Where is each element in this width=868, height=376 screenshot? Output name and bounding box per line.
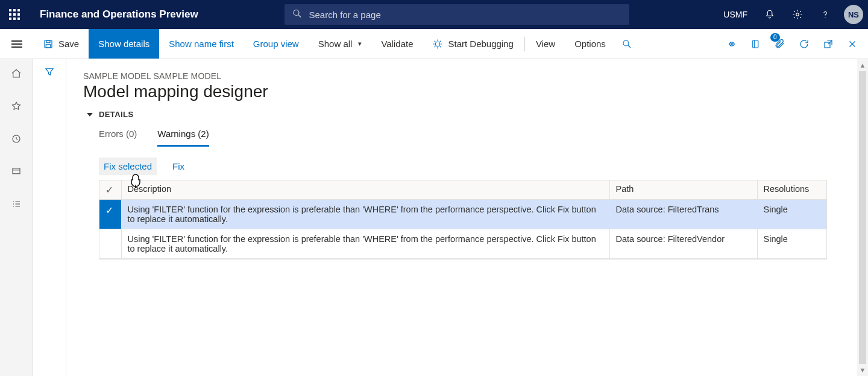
link-icon[interactable] <box>721 33 743 55</box>
home-icon[interactable] <box>4 65 28 82</box>
attachments-icon[interactable]: 0 <box>769 33 791 55</box>
top-nav-right: USMF NS <box>716 0 863 29</box>
caret-down-icon <box>87 113 93 116</box>
start-debugging-button[interactable]: Start Debugging <box>423 29 523 59</box>
svg-point-8 <box>623 40 629 46</box>
content-area: SAMPLE MODEL SAMPLE MODEL Model mapping … <box>66 59 868 376</box>
attachments-badge: 0 <box>770 33 780 42</box>
tab-warnings[interactable]: Warnings (2) <box>157 125 209 147</box>
fix-button[interactable]: Fix <box>168 158 189 175</box>
warnings-table: ✓ Description Path Resolutions ✓ Using '… <box>99 180 827 260</box>
cell-path: Data source: FilteredTrans <box>609 200 757 229</box>
svg-point-17 <box>13 202 14 203</box>
fix-selected-button[interactable]: Fix selected <box>99 158 157 175</box>
save-button[interactable]: Save <box>33 29 89 59</box>
details-section-label: DETAILS <box>99 110 133 119</box>
brand-title: Finance and Operations Preview <box>29 8 198 21</box>
close-icon[interactable] <box>841 33 863 55</box>
search-input[interactable] <box>285 4 629 25</box>
show-all-dropdown[interactable]: Show all ▾ <box>309 29 372 59</box>
chevron-down-icon: ▾ <box>358 40 362 48</box>
filter-rail <box>33 59 66 376</box>
row-select-cell[interactable]: ✓ <box>99 200 121 229</box>
separator <box>524 37 525 51</box>
tab-errors[interactable]: Errors (0) <box>99 125 137 147</box>
scroll-up-icon[interactable]: ▲ <box>860 62 866 69</box>
svg-rect-16 <box>13 168 20 174</box>
svg-rect-5 <box>46 40 50 43</box>
svg-point-19 <box>13 206 14 207</box>
search-wrap <box>285 4 629 25</box>
workspace-icon[interactable] <box>4 163 28 180</box>
find-button[interactable] <box>615 29 638 59</box>
select-all-header[interactable]: ✓ <box>99 180 121 200</box>
modules-icon[interactable] <box>4 196 28 212</box>
office-icon[interactable] <box>745 33 767 55</box>
page-title: Model mapping designer <box>83 82 851 101</box>
col-path[interactable]: Path <box>609 180 757 200</box>
view-menu[interactable]: View <box>526 29 565 59</box>
row-select-cell[interactable] <box>99 229 121 259</box>
svg-rect-11 <box>753 40 758 48</box>
cell-description: Using 'FILTER' function for the expressi… <box>121 200 609 229</box>
star-icon[interactable] <box>4 98 28 115</box>
svg-point-18 <box>13 203 14 205</box>
cell-description: Using 'FILTER' function for the expressi… <box>121 229 609 259</box>
svg-point-3 <box>825 17 825 18</box>
scroll-thumb[interactable] <box>859 71 866 364</box>
filter-icon[interactable] <box>44 66 55 79</box>
left-rail <box>0 59 33 376</box>
show-name-first-button[interactable]: Show name first <box>159 29 244 59</box>
waffle-icon[interactable] <box>0 0 29 29</box>
options-menu[interactable]: Options <box>565 29 615 59</box>
group-view-button[interactable]: Group view <box>244 29 309 59</box>
company-picker[interactable]: USMF <box>716 0 755 29</box>
vertical-scrollbar[interactable]: ▲ ▼ <box>857 59 868 376</box>
col-description[interactable]: Description <box>121 180 609 200</box>
action-bar: Save Show details Show name first Group … <box>0 29 868 59</box>
svg-line-9 <box>628 45 631 48</box>
scroll-down-icon[interactable]: ▼ <box>860 366 866 374</box>
cell-path: Data source: FilteredVendor <box>609 229 757 259</box>
popout-icon[interactable] <box>817 33 839 55</box>
table-row[interactable]: Using 'FILTER' function for the expressi… <box>99 229 826 259</box>
cell-resolutions: Single <box>757 200 826 229</box>
help-icon[interactable] <box>813 0 838 29</box>
breadcrumb: SAMPLE MODEL SAMPLE MODEL <box>83 71 851 81</box>
notifications-icon[interactable] <box>757 0 782 29</box>
avatar[interactable]: NS <box>844 5 863 24</box>
details-section-header[interactable]: DETAILS <box>87 110 851 119</box>
refresh-icon[interactable] <box>793 33 815 55</box>
top-nav: Finance and Operations Preview USMF NS <box>0 0 868 29</box>
hamburger-icon[interactable] <box>0 29 33 59</box>
save-label: Save <box>58 39 79 49</box>
actionbar-right: 0 <box>721 29 868 59</box>
svg-point-2 <box>796 13 799 16</box>
check-icon: ✓ <box>105 205 113 215</box>
clock-icon[interactable] <box>4 130 28 147</box>
cell-resolutions: Single <box>757 229 826 259</box>
svg-rect-6 <box>46 44 51 47</box>
col-resolutions[interactable]: Resolutions <box>757 180 826 200</box>
gear-icon[interactable] <box>785 0 810 29</box>
svg-point-7 <box>436 42 441 46</box>
validate-button[interactable]: Validate <box>371 29 423 59</box>
table-header-row: ✓ Description Path Resolutions <box>99 180 826 200</box>
table-row[interactable]: ✓ Using 'FILTER' function for the expres… <box>99 200 826 229</box>
tabs: Errors (0) Warnings (2) <box>99 125 851 147</box>
check-icon: ✓ <box>105 185 113 195</box>
fix-row: Fix selected Fix <box>99 158 851 175</box>
show-details-button[interactable]: Show details <box>89 29 159 59</box>
